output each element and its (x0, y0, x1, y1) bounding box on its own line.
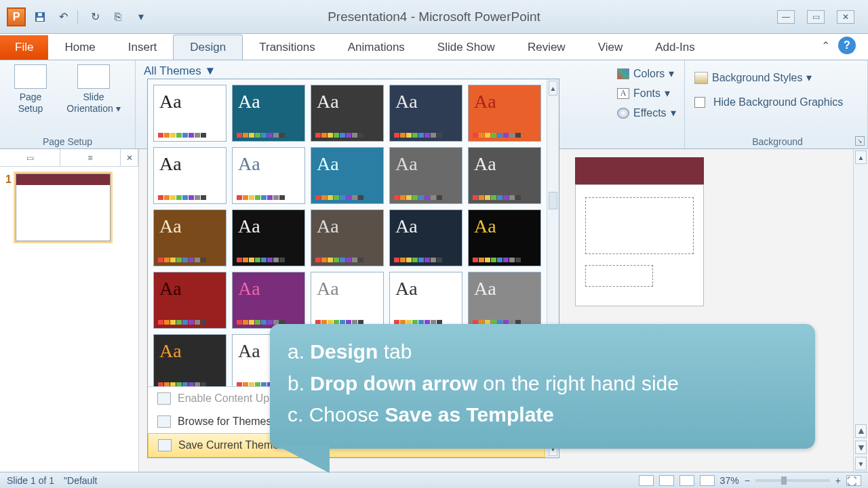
theme-thumb[interactable]: Aa (468, 272, 541, 329)
help-button[interactable]: ? (838, 37, 856, 54)
theme-palette (237, 195, 285, 200)
title-bar: P ↶ ↻ ⎘ ▾ Presentation4 - Microsoft Powe… (0, 0, 868, 34)
theme-thumb[interactable]: Aa (389, 272, 462, 329)
theme-thumb[interactable]: Aa (311, 147, 384, 204)
theme-palette (473, 133, 521, 138)
theme-thumb[interactable]: Aa (389, 147, 462, 204)
theme-aa-label: Aa (474, 91, 496, 113)
theme-thumb[interactable]: Aa (311, 272, 384, 329)
theme-thumb[interactable]: Aa (468, 209, 541, 266)
tab-design[interactable]: Design (173, 35, 243, 60)
zoom-slider[interactable] (755, 479, 830, 482)
theme-palette (158, 258, 206, 262)
browse-themes-icon (157, 415, 171, 428)
page-setup-button[interactable]: Page Setup (7, 64, 54, 115)
undo-icon[interactable]: ↶ (54, 8, 72, 26)
vertical-scrollbar[interactable]: ▲ ⯅ ⯆ ▼ (853, 149, 868, 472)
gallery-scroll-up-icon[interactable]: ▲ (549, 81, 557, 96)
app-icon[interactable]: P (7, 7, 26, 26)
background-styles-icon (694, 72, 708, 84)
theme-thumb[interactable]: Aa (232, 272, 305, 329)
background-styles-button[interactable]: Background Styles ▾ (694, 68, 812, 87)
theme-thumb[interactable]: Aa (153, 334, 226, 391)
slides-tab[interactable]: ▭ (0, 149, 60, 166)
repeat-icon[interactable]: ↻ (86, 8, 104, 26)
theme-palette (394, 258, 442, 262)
svg-rect-2 (38, 13, 42, 16)
page-setup-label: Page Setup (7, 92, 54, 115)
theme-thumb[interactable]: Aa (311, 85, 384, 142)
outline-tab[interactable]: ≡ (60, 149, 121, 166)
theme-aa-label: Aa (238, 153, 260, 175)
slide-orientation-button[interactable]: Slide Orientation ▾ (61, 64, 126, 115)
theme-thumb[interactable]: Aa (232, 85, 305, 142)
close-button[interactable]: ✕ (837, 10, 854, 24)
reading-view-button[interactable] (679, 475, 694, 486)
all-themes-dropdown[interactable]: All Themes ▼ (144, 64, 216, 78)
theme-thumb[interactable]: Aa (311, 209, 384, 266)
scroll-up-icon[interactable]: ▲ (855, 150, 867, 164)
background-dialog-launcher[interactable]: ↘ (855, 136, 865, 146)
theme-palette (315, 195, 363, 200)
scroll-down-icon[interactable]: ▼ (855, 457, 867, 470)
gallery-scroll-thumb[interactable] (549, 192, 557, 209)
theme-thumb[interactable]: Aa (389, 85, 462, 142)
hide-background-checkbox[interactable]: Hide Background Graphics (694, 94, 843, 111)
sorter-view-button[interactable] (659, 475, 674, 486)
tab-insert[interactable]: Insert (112, 35, 174, 60)
qat-customize-icon[interactable]: ▾ (132, 8, 150, 26)
group-label-page-setup: Page Setup (7, 135, 128, 147)
fonts-button[interactable]: AFonts ▾ (617, 84, 670, 102)
window-title: Presentation4 - Microsoft PowerPoint (328, 9, 540, 24)
next-slide-icon[interactable]: ⯆ (855, 441, 867, 454)
tab-transitions[interactable]: Transitions (243, 35, 332, 60)
theme-thumb[interactable]: Aa (468, 147, 541, 204)
app-letter: P (13, 11, 20, 23)
theme-thumb[interactable]: Aa (232, 147, 305, 204)
colors-button[interactable]: Colors ▾ (617, 64, 674, 83)
zoom-in-button[interactable]: + (835, 475, 841, 486)
theme-thumb[interactable]: Aa (153, 209, 226, 266)
theme-name: "Default (64, 475, 97, 486)
tab-add-ins[interactable]: Add-Ins (639, 35, 711, 60)
normal-view-button[interactable] (639, 475, 654, 486)
theme-palette (473, 258, 521, 262)
svg-rect-1 (37, 18, 43, 21)
theme-palette (237, 133, 285, 138)
panel-close-button[interactable]: ✕ (121, 149, 138, 166)
theme-thumb[interactable]: Aa (468, 85, 541, 142)
tab-home[interactable]: Home (48, 35, 111, 60)
qat-extra-icon[interactable]: ⎘ (109, 8, 127, 26)
theme-aa-label: Aa (317, 153, 339, 175)
minimize-ribbon-icon[interactable]: ⌃ (821, 39, 830, 52)
save-icon[interactable] (31, 8, 49, 26)
prev-slide-icon[interactable]: ⯅ (855, 424, 867, 438)
theme-thumb[interactable]: Aa (389, 209, 462, 266)
theme-aa-label: Aa (159, 340, 182, 362)
fit-to-window-button[interactable]: ⛶ (846, 475, 861, 486)
theme-palette (158, 133, 206, 138)
tab-animations[interactable]: Animations (332, 35, 421, 60)
maximize-button[interactable]: ▭ (807, 10, 825, 24)
effects-icon (617, 108, 629, 119)
minimize-button[interactable]: — (777, 10, 795, 24)
tab-view[interactable]: View (582, 35, 639, 60)
theme-aa-label: Aa (159, 216, 182, 237)
theme-thumb[interactable]: Aa (153, 147, 226, 204)
slide-thumbnail-1[interactable]: 1 (0, 167, 138, 248)
theme-palette (394, 195, 442, 200)
theme-aa-label: Aa (395, 91, 418, 113)
theme-thumb[interactable]: Aa (153, 85, 226, 142)
instruction-callout: a. Design tab b. Drop down arrow on the … (270, 324, 815, 449)
theme-palette (473, 195, 521, 200)
theme-thumb[interactable]: Aa (232, 209, 305, 266)
theme-thumb[interactable]: Aa (153, 272, 226, 329)
slideshow-view-button[interactable] (700, 475, 715, 486)
tab-review[interactable]: Review (511, 35, 582, 60)
zoom-out-button[interactable]: − (745, 475, 750, 486)
theme-aa-label: Aa (474, 278, 496, 300)
theme-aa-label: Aa (159, 153, 182, 175)
file-tab[interactable]: File (0, 35, 48, 60)
tab-slide-show[interactable]: Slide Show (421, 35, 511, 60)
effects-button[interactable]: Effects ▾ (617, 104, 676, 122)
